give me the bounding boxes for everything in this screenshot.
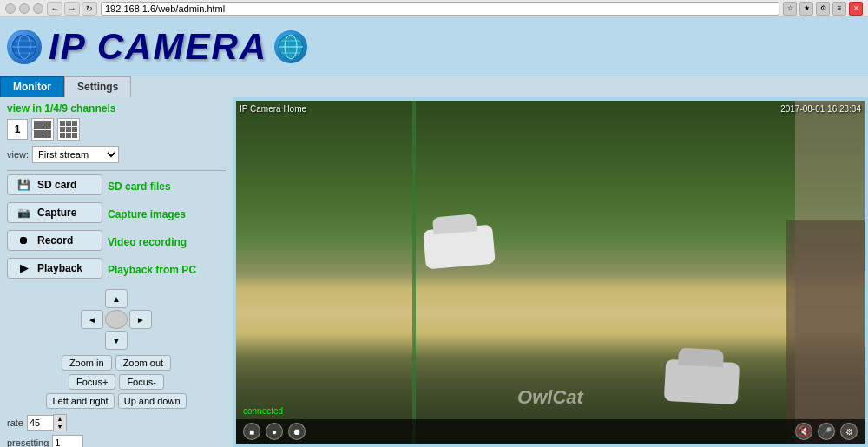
cam-mic-icon[interactable]: 🎤 [818,423,835,440]
divider-1 [7,170,226,171]
view-label: view: [7,149,29,160]
presetting-input[interactable] [52,435,83,447]
car2 [664,358,740,404]
record-button[interactable]: ⏺ Record [7,230,102,251]
main-content: view in 1/4/9 channels 1 view: First str… [0,97,868,447]
record-icon: ⏺ [15,233,32,247]
rate-input[interactable] [27,415,53,431]
playback-row: ▶ Playback Playback from PC [7,258,226,282]
ptz-right-button[interactable]: ► [129,310,152,329]
sd-card-row: 💾 SD card SD card files [7,174,226,199]
app-title: IP CAMERA [49,26,267,68]
rate-spin-buttons: ▲ ▼ [53,414,67,431]
browser-actions: ☆ ★ ⚙ ≡ ✕ [783,2,863,16]
channel-selector: 1 [7,118,226,141]
browser-nav: ← → ↻ [47,2,97,16]
ptz-controls: ▲ ◄ ► ▼ [7,289,226,350]
focus-minus-button[interactable]: Focus- [119,374,164,390]
playback-link[interactable]: Playback from PC [108,264,196,276]
view-row: view: First stream Second stream [7,146,226,163]
camera-icon: 📷 [15,206,32,220]
zoom-in-button[interactable]: Zoom in [62,355,112,371]
sd-card-icon: 💾 [15,178,32,192]
channel-number[interactable]: 1 [7,119,28,140]
cam-settings-icon[interactable]: ⚙ [840,423,858,440]
left-panel: view in 1/4/9 channels 1 view: First str… [0,97,233,447]
sd-card-link[interactable]: SD card files [108,181,171,193]
record-link[interactable]: Video recording [108,236,187,248]
cam-stop-button[interactable]: ■ [243,423,260,440]
sd-card-button[interactable]: 💾 SD card [7,174,102,195]
cam-volume-icon[interactable]: 🔇 [795,423,812,440]
rate-row: rate ▲ ▼ [7,414,226,431]
extra-row: Left and right Up and down [7,393,226,409]
forward-button[interactable]: → [64,2,80,16]
close-browser-icon[interactable]: ✕ [849,2,863,16]
url-text: 192.168.1.6/web/admin.html [105,3,225,14]
fence-pole [412,101,416,444]
up-down-button[interactable]: Up and down [118,393,187,409]
bookmark-icon[interactable]: ★ [799,2,813,16]
globe-icon [274,30,307,63]
car1 [423,225,496,270]
rate-spinner: ▲ ▼ [27,414,67,431]
camera-status: connected [243,406,283,416]
camera-overlay-text: IP Camera Home [240,104,306,114]
menu-icon[interactable]: ≡ [832,2,846,16]
zoom-out-button[interactable]: Zoom out [115,355,171,371]
browser-chrome: ← → ↻ 192.168.1.6/web/admin.html ☆ ★ ⚙ ≡… [0,0,868,17]
tab-bar: Monitor Settings [0,76,868,97]
capture-row: 📷 Capture Capture images [7,202,226,227]
rate-spin-up[interactable]: ▲ [54,415,66,423]
view-channels-label: view in 1/4/9 channels [7,102,226,115]
focus-plus-button[interactable]: Focus+ [69,374,115,390]
camera-watermark: OwlCat [517,386,583,409]
view-select[interactable]: First stream Second stream [32,146,119,163]
camera-controls-bar: ■ ● ⏺ 🔇 🎤 ⚙ [236,419,865,444]
capture-button[interactable]: 📷 Capture [7,202,102,223]
focus-row: Focus+ Focus- [7,374,226,390]
reload-button[interactable]: ↻ [82,2,97,16]
app-header: IP CAMERA [0,17,868,76]
logo-icon [7,30,42,64]
cam-record-button[interactable]: ⏺ [288,423,306,440]
app-container: IP CAMERA Monitor Settings view in 1/4/9… [0,17,868,447]
tab-monitor[interactable]: Monitor [0,76,64,97]
tab-settings[interactable]: Settings [64,76,131,97]
ptz-left-button[interactable]: ◄ [81,310,103,329]
building-dark [786,220,865,444]
star-icon[interactable]: ☆ [783,2,797,16]
rate-label: rate [7,417,23,428]
capture-link[interactable]: Capture images [108,208,186,220]
ptz-down-button[interactable]: ▼ [105,331,128,350]
playback-button[interactable]: ▶ Playback [7,258,102,279]
zoom-row: Zoom in Zoom out [7,355,226,371]
presetting-label: presetting [7,437,49,447]
back-button[interactable]: ← [47,2,62,16]
ptz-row-down: ▼ [105,331,128,350]
browser-btn-2[interactable] [19,3,30,14]
left-right-button[interactable]: Left and right [46,393,114,409]
camera-feed: IP Camera Home 2017-08-01 16:23:34 OwlCa… [236,101,865,444]
camera-timestamp: 2017-08-01 16:23:34 [780,104,861,114]
camera-area: IP Camera Home 2017-08-01 16:23:34 OwlCa… [233,97,868,447]
browser-btn-3[interactable] [33,3,43,14]
grid-2x2-icon[interactable] [31,118,54,141]
record-row: ⏺ Record Video recording [7,230,226,254]
cam-play-button[interactable]: ● [266,423,283,440]
rate-spin-down[interactable]: ▼ [54,423,66,431]
browser-btn-1[interactable] [5,3,16,14]
ptz-row-up: ▲ [105,289,128,308]
ptz-up-button[interactable]: ▲ [105,289,128,308]
ptz-row-middle: ◄ ► [81,310,152,329]
presetting-row: presetting [7,435,226,447]
tools-icon[interactable]: ⚙ [816,2,830,16]
address-bar[interactable]: 192.168.1.6/web/admin.html [101,2,779,16]
ptz-center-button[interactable] [105,310,128,329]
play-icon: ▶ [15,261,32,275]
grid-3x3-icon[interactable] [57,118,80,141]
